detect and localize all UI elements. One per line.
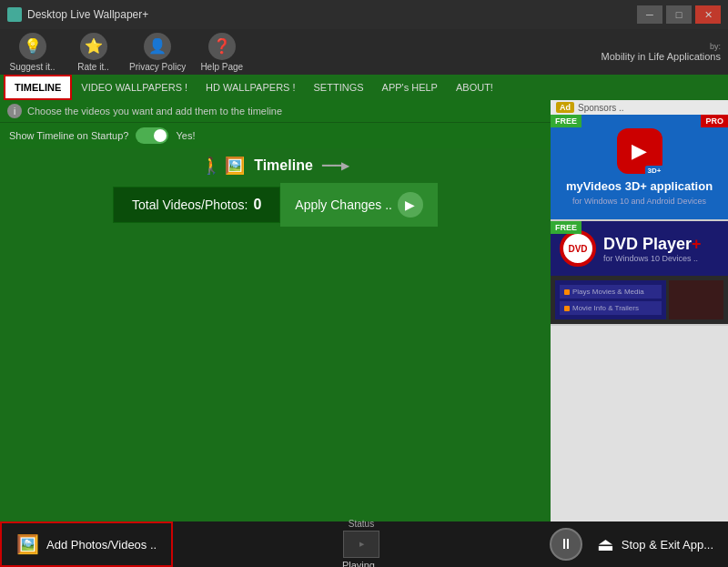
timeline-arrow-icon: ━━━▶ (322, 159, 349, 172)
status-label: Status (349, 519, 374, 529)
status-area: Status ▶ Playing.. (173, 519, 550, 568)
status-thumbnail: ▶ (343, 531, 379, 558)
nav-video-wallpapers[interactable]: VIDEO WALLPAPERS ! (72, 75, 197, 100)
ad-card1-image: PRO ▶ 3D+ myVideos 3D+ application for W… (551, 115, 728, 219)
timeline-title: Timeline (254, 157, 313, 174)
screenshot-left: Plays Movies & Media Movie Info & Traile… (555, 280, 666, 319)
3d-badge: 3D+ (645, 166, 664, 176)
nav-bar: TIMELINE VIDEO WALLPAPERS ! HD WALLPAPER… (0, 75, 728, 100)
image-icon: 🖼️ (225, 156, 245, 176)
stop-exit-button[interactable]: ⏏ Stop & Exit App... (582, 521, 728, 567)
bottom-bar: 🖼️ Add Photos/Videos .. Status ▶ Playing… (0, 521, 728, 567)
rate-label: Rate it.. (77, 62, 108, 72)
help-label: Help Page (200, 62, 243, 72)
pause-icon: ⏸ (559, 536, 573, 552)
play-triangle-icon: ▶ (632, 139, 647, 163)
close-button[interactable]: ✕ (695, 5, 721, 24)
nav-app-help[interactable]: APP's HELP (373, 75, 447, 100)
stop-label: Stop & Exit App... (622, 538, 713, 552)
window-title: Desktop Live Wallpaper+ (27, 8, 637, 21)
toggle-knob (154, 129, 167, 142)
help-icon: ❓ (208, 33, 236, 60)
add-icon: 🖼️ (16, 533, 39, 555)
dvd-title: DVD Player+ (603, 235, 702, 254)
nav-timeline[interactable]: TIMELINE (4, 75, 72, 100)
nav-settings[interactable]: SETTINGS (305, 75, 373, 100)
free-badge-2: FREE (551, 221, 581, 234)
startup-toggle[interactable] (136, 127, 168, 144)
dvd-icon: DVD (560, 230, 596, 267)
dot-icon-2 (564, 306, 570, 311)
by-label: by: (710, 42, 721, 51)
rate-icon: ⭐ (80, 33, 107, 60)
brand-area: by: Mobility in Life Applications (602, 42, 721, 62)
suggest-label: Suggest it.. (9, 62, 55, 72)
startup-label: Show Timeline on Startup? (9, 130, 128, 141)
hint-icon: i (7, 104, 22, 118)
dvd-text: DVD Player+ for Windows 10 Devices .. (603, 235, 702, 263)
title-bar: Desktop Live Wallpaper+ ─ □ ✕ (0, 0, 728, 29)
stop-icon: ⏏ (597, 533, 614, 555)
privacy-label: Privacy Policy (129, 62, 186, 72)
maximize-button[interactable]: □ (666, 5, 692, 24)
timeline-icons: 🚶 🖼️ (201, 156, 245, 176)
nav-about[interactable]: ABOUT! (447, 75, 502, 100)
timeline-header: 🚶 🖼️ Timeline ━━━▶ (0, 148, 551, 183)
screenshot-right (669, 280, 723, 319)
ad-card-2[interactable]: FREE DVD DVD Player+ for Windows 10 Devi… (551, 221, 728, 326)
total-label: Total Videos/Photos: (132, 197, 248, 212)
status-value: Playing.. (342, 560, 380, 568)
apply-label: Apply Changes .. (295, 197, 392, 212)
startup-value: Yes! (176, 130, 195, 141)
total-count: 0 (253, 197, 261, 213)
screenshot-item-1: Plays Movies & Media (560, 285, 662, 299)
ad1-subtitle: for Windows 10 and Android Devices (572, 197, 706, 206)
ad1-title: myVideos 3D+ application (566, 179, 713, 193)
timeline-controls: Total Videos/Photos: 0 Apply Changes .. … (0, 183, 551, 236)
ad-screenshot: Plays Movies & Media Movie Info & Traile… (551, 276, 728, 324)
add-photos-button[interactable]: 🖼️ Add Photos/Videos .. (0, 521, 173, 567)
total-videos-box: Total Videos/Photos: 0 (113, 187, 280, 223)
pro-badge: PRO (701, 115, 728, 127)
window-controls: ─ □ ✕ (637, 5, 721, 24)
main-layout: i Choose the videos you want and add the… (0, 100, 728, 521)
dvd-subtitle: for Windows 10 Devices .. (603, 254, 702, 263)
dot-icon-1 (564, 289, 570, 295)
brand-name: Mobility in Life Applications (602, 51, 721, 62)
ad-play-icon: ▶ 3D+ (617, 128, 662, 174)
add-label: Add Photos/Videos .. (46, 538, 157, 552)
privacy-icon: 👤 (144, 33, 171, 60)
play-pause-button[interactable]: ⏸ (550, 528, 582, 561)
help-button[interactable]: ❓ Help Page (197, 33, 247, 72)
header: 💡 Suggest it.. ⭐ Rate it.. 👤 Privacy Pol… (0, 29, 728, 75)
right-panel: Ad Sponsors .. FREE PRO ▶ 3D+ myVideos 3… (551, 100, 728, 521)
suggest-icon: 💡 (19, 33, 46, 60)
hint-bar: i Choose the videos you want and add the… (0, 100, 551, 123)
ad-badge: Ad (556, 102, 574, 113)
minimize-button[interactable]: ─ (637, 5, 662, 24)
left-panel: i Choose the videos you want and add the… (0, 100, 551, 521)
green-area (0, 236, 551, 521)
nav-hd-wallpapers[interactable]: HD WALLPAPERS ! (197, 75, 304, 100)
apply-arrow-icon: ▶ (398, 192, 423, 218)
ad-label-bar: Ad Sponsors .. (551, 100, 728, 115)
app-icon (7, 7, 22, 22)
ad-card-1[interactable]: FREE PRO ▶ 3D+ myVideos 3D+ application … (551, 115, 728, 221)
privacy-button[interactable]: 👤 Privacy Policy (129, 33, 186, 72)
rate-button[interactable]: ⭐ Rate it.. (68, 33, 118, 72)
header-nav-icons: 💡 Suggest it.. ⭐ Rate it.. 👤 Privacy Pol… (7, 33, 247, 72)
hint-text: Choose the videos you want and add them … (27, 106, 282, 116)
startup-bar: Show Timeline on Startup? Yes! (0, 123, 551, 148)
sponsors-label: Sponsors .. (578, 103, 624, 113)
screenshot-item-2: Movie Info & Trailers (560, 301, 662, 315)
suggest-button[interactable]: 💡 Suggest it.. (7, 33, 57, 72)
person-icon: 🚶 (201, 156, 221, 176)
free-badge-1: FREE (551, 115, 581, 127)
apply-changes-button[interactable]: Apply Changes .. ▶ (280, 183, 438, 227)
